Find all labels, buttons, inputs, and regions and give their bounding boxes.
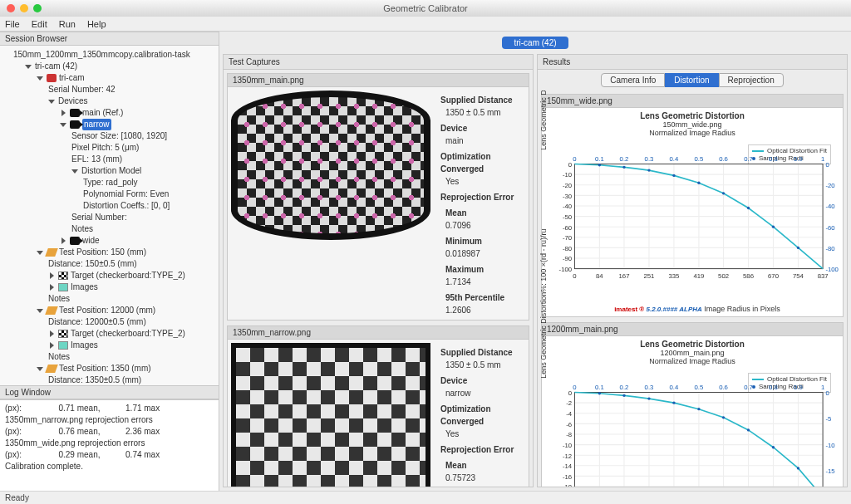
- expand-icon[interactable]: [37, 249, 44, 257]
- images[interactable]: Images: [71, 340, 98, 351]
- ruler-icon: [45, 248, 58, 257]
- tree-camgroup[interactable]: tri-cam: [59, 72, 85, 84]
- svg-text:-80: -80: [563, 245, 572, 252]
- expand-icon[interactable]: [48, 272, 56, 280]
- svg-text:0.7: 0.7: [744, 384, 753, 391]
- svg-text:670: 670: [768, 272, 779, 280]
- expand-icon[interactable]: [71, 168, 79, 175]
- svg-text:-5: -5: [825, 415, 831, 423]
- expand-icon[interactable]: [60, 237, 67, 245]
- log-window-header: Log Window: [0, 385, 219, 399]
- tab-camera-info[interactable]: Camera Info: [601, 73, 665, 87]
- expand-icon[interactable]: [48, 330, 56, 338]
- svg-text:0: 0: [573, 384, 576, 391]
- tp12000[interactable]: Test Position: 12000 (mm): [59, 305, 155, 316]
- svg-text:0.7: 0.7: [744, 155, 753, 163]
- log-line: 1350mm_narrow.png reprojection errors: [5, 415, 153, 424]
- device-wide[interactable]: wide: [82, 235, 100, 247]
- meta-key: Reprojection Error: [440, 191, 522, 203]
- svg-text:0.5: 0.5: [695, 155, 704, 163]
- svg-text:0: 0: [568, 389, 572, 397]
- tab-tricam[interactable]: tri-cam (42): [502, 37, 568, 49]
- expand-icon[interactable]: [60, 121, 67, 129]
- test-captures-scroll[interactable]: 1350mm_main.png Supplied Distance 1350 ±…: [224, 70, 533, 487]
- meta-key: Minimum: [440, 235, 522, 247]
- meta-val: 1.7134: [440, 276, 522, 288]
- svg-text:1: 1: [821, 155, 824, 163]
- menu-file[interactable]: File: [5, 19, 20, 29]
- ruler-icon: [45, 365, 58, 373]
- svg-text:0.6: 0.6: [719, 155, 728, 163]
- menu-help[interactable]: Help: [87, 19, 106, 29]
- distortion-model[interactable]: Distortion Model: [81, 165, 141, 177]
- meta-val: 1350 ± 0.5 mm: [440, 359, 522, 371]
- svg-text:1: 1: [821, 384, 824, 391]
- meta-val: Yes: [440, 175, 522, 188]
- menu-edit[interactable]: Edit: [32, 19, 47, 29]
- target[interactable]: Target (checkerboard:TYPE_2): [71, 270, 185, 281]
- svg-text:0: 0: [568, 161, 572, 169]
- expand-icon[interactable]: [37, 365, 44, 373]
- svg-text:-14: -14: [563, 462, 573, 470]
- chart-title: Lens Geometric Distortion: [545, 111, 839, 120]
- svg-text:251: 251: [644, 272, 655, 280]
- capture-image-main[interactable]: [231, 91, 430, 240]
- svg-text:-30: -30: [563, 193, 572, 200]
- svg-text:0.1: 0.1: [595, 384, 604, 391]
- meta-val: 1350 ± 0.5 mm: [440, 106, 522, 119]
- chart-title: Lens Geometric Distortion: [545, 340, 839, 349]
- expand-icon[interactable]: [48, 284, 56, 291]
- svg-point-63: [622, 166, 625, 169]
- narrow-pitch: Pixel Pitch: 5 (μm): [71, 142, 139, 154]
- tree-devices[interactable]: Devices: [58, 95, 88, 107]
- camera-icon: [70, 109, 80, 117]
- expand-icon[interactable]: [60, 110, 67, 117]
- chart-body: Lens Geometric Distortion 1200mm_main.pn…: [542, 336, 843, 487]
- svg-text:84: 84: [596, 272, 603, 280]
- svg-text:586: 586: [743, 272, 754, 280]
- meta-val: 0.7096: [440, 219, 522, 232]
- test-captures-panel: Test Captures 1350mm_main.png Supplied D…: [223, 54, 534, 487]
- images[interactable]: Images: [71, 281, 98, 293]
- meta-key: Optimization Converged: [440, 150, 522, 175]
- notes: Notes: [48, 293, 70, 305]
- capture-image-narrow[interactable]: [231, 343, 430, 487]
- svg-point-66: [697, 182, 700, 184]
- menu-run[interactable]: Run: [59, 19, 76, 29]
- expand-icon[interactable]: [48, 342, 56, 350]
- expand-icon[interactable]: [48, 98, 56, 105]
- expand-icon[interactable]: [37, 307, 44, 315]
- session-browser-tree[interactable]: 150mm_1200mm_1350mmcopy.calibration-task…: [0, 46, 219, 385]
- svg-text:0.4: 0.4: [670, 384, 679, 391]
- notes: Notes: [71, 223, 93, 235]
- right-panel: tri-cam (42) Test Captures 1350mm_main.p…: [219, 32, 851, 491]
- svg-text:0.1: 0.1: [595, 155, 604, 163]
- expand-icon[interactable]: [25, 63, 32, 71]
- results-header: Results: [538, 55, 847, 70]
- device-main[interactable]: main (Ref.): [82, 107, 123, 119]
- device-narrow[interactable]: narrow: [82, 119, 111, 130]
- svg-text:0.8: 0.8: [769, 155, 778, 163]
- results-scroll[interactable]: 150mm_wide.png Lens Geometric Distortion…: [538, 91, 847, 487]
- svg-text:-4: -4: [566, 410, 573, 418]
- tab-distortion[interactable]: Distortion: [665, 73, 718, 87]
- svg-text:0.2: 0.2: [620, 384, 629, 391]
- svg-text:167: 167: [619, 272, 630, 280]
- expand-icon[interactable]: [37, 75, 44, 82]
- tree-serial: Serial Number: 42: [48, 84, 116, 95]
- target[interactable]: Target (checkerboard:TYPE_2): [71, 328, 185, 340]
- task-file[interactable]: 150mm_1200mm_1350mmcopy.calibration-task: [13, 49, 190, 61]
- svg-point-138: [747, 428, 750, 431]
- meta-key: Reprojection Error: [440, 443, 522, 456]
- images-icon: [58, 283, 68, 291]
- svg-point-140: [797, 467, 799, 469]
- tree-root[interactable]: tri-cam (42): [35, 61, 77, 72]
- tp1350[interactable]: Test Position: 1350 (mm): [59, 363, 151, 374]
- camera-icon: [70, 120, 80, 129]
- meta-key: Mean: [440, 207, 522, 219]
- tab-reprojection[interactable]: Reprojection: [719, 73, 784, 87]
- log-window[interactable]: (px): 0.71 mean, 1.71 max 1350mm_narrow.…: [0, 399, 219, 491]
- tp150[interactable]: Test Position: 150 (mm): [59, 247, 146, 258]
- meta-val: 1.2606: [440, 304, 522, 316]
- tab-strip: tri-cam (42): [219, 32, 851, 54]
